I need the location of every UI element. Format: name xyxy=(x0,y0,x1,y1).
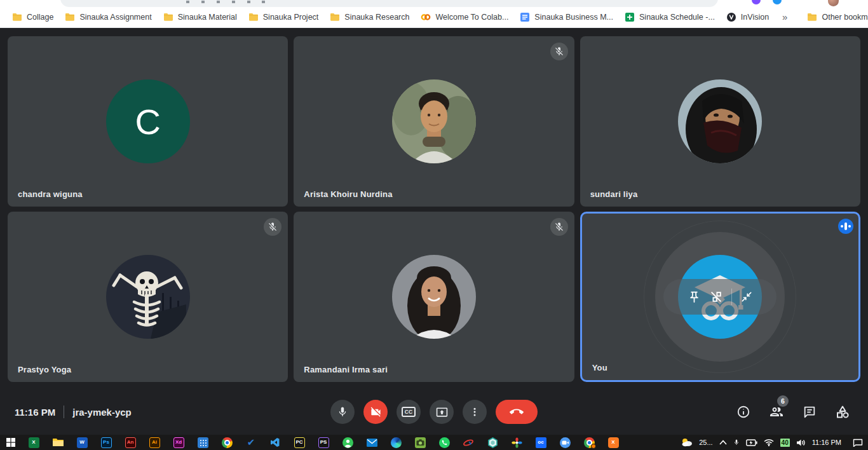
battery-icon[interactable] xyxy=(746,439,757,446)
meeting-details[interactable]: 11:16 PM jra-ymek-ycp xyxy=(15,406,132,418)
avatar-photo xyxy=(392,255,476,339)
taskbar-oc-app[interactable]: oc xyxy=(529,435,553,450)
taskbar-whatsapp[interactable] xyxy=(432,435,456,450)
bookmark-sinauka-schedule[interactable]: Sinauka Schedule -... xyxy=(619,10,721,24)
taskbar-hexagon-app[interactable] xyxy=(480,435,505,450)
taskbar-camera-app[interactable] xyxy=(408,435,432,450)
bookmark-label: Sinauka Project xyxy=(263,13,319,22)
wifi-icon[interactable] xyxy=(764,439,774,446)
present-button[interactable] xyxy=(430,400,454,424)
windows-taskbar: X W Ps An Ai Xd ✔ PC PS xyxy=(0,435,868,450)
taskbar-calendar[interactable] xyxy=(191,435,215,450)
check-icon: ✔ xyxy=(247,437,255,448)
hang-up-button[interactable] xyxy=(496,400,538,424)
taskbar-photoshop[interactable]: Ps xyxy=(94,435,118,450)
participant-tile-sundari-liya[interactable]: sundari liya xyxy=(580,36,860,207)
taskbar-chrome-profile[interactable] xyxy=(577,435,601,450)
bookmark-label: Sinauka Material xyxy=(178,13,237,22)
clock-time: 11:16 PM xyxy=(15,407,55,418)
participant-tile-arista-khoiru-nurdina[interactable]: Arista Khoiru Nurdina xyxy=(294,36,574,207)
google-sheets-icon xyxy=(625,12,635,22)
bookmark-sinauka-assignment[interactable]: Sinauka Assignment xyxy=(59,10,157,24)
start-button[interactable] xyxy=(0,435,22,450)
browser-top-strip xyxy=(0,0,868,8)
bookmark-invision[interactable]: InVision xyxy=(721,10,775,24)
address-bar-fragment xyxy=(186,1,189,3)
green-person-icon xyxy=(342,437,353,448)
taskbar-edge[interactable] xyxy=(384,435,408,450)
pycharm-icon: PC xyxy=(294,437,305,448)
participant-tile-chandra-wiguna[interactable]: C chandra wiguna xyxy=(8,36,288,207)
participant-tile-ramandani-irma-sari[interactable]: Ramandani Irma sari xyxy=(294,212,574,382)
audio-level-indicator xyxy=(838,219,853,234)
taskbar-pinwheel-app[interactable] xyxy=(505,435,529,450)
taskbar-visual-studio[interactable] xyxy=(263,435,287,450)
bookmark-sinauka-material[interactable]: Sinauka Material xyxy=(158,10,243,24)
meeting-details-button[interactable] xyxy=(736,404,751,419)
weather-temp[interactable]: 25... xyxy=(699,439,712,446)
more-options-button[interactable] xyxy=(463,400,487,424)
bookmark-sinauka-research[interactable]: Sinauka Research xyxy=(324,10,415,24)
excel-icon: X xyxy=(29,437,39,448)
bookmark-sinauka-project[interactable]: Sinauka Project xyxy=(243,10,325,24)
audio-bar xyxy=(844,222,847,230)
taskbar-word[interactable]: W xyxy=(70,435,94,450)
cartoon-skeleton-image xyxy=(106,255,190,339)
bookmarks-bar: Collage Sinauka Assignment Sinauka Mater… xyxy=(0,8,868,28)
tray-clock[interactable]: 11:16 PM xyxy=(812,439,841,446)
bookmarks-overflow-chevron[interactable]: » xyxy=(775,11,795,22)
taskbar-chrome[interactable] xyxy=(215,435,239,450)
minimize-icon[interactable] xyxy=(740,290,753,303)
taskbar-orbit-app[interactable] xyxy=(456,435,480,450)
file-explorer-icon xyxy=(53,438,64,447)
participant-tile-prastyo-yoga[interactable]: Prastyo Yoga xyxy=(8,212,288,382)
camera-off-button[interactable] xyxy=(363,400,388,424)
participant-tile-you[interactable]: You xyxy=(580,212,860,382)
avatar-initial: C xyxy=(106,79,190,163)
bookmark-label: Collage xyxy=(27,13,53,22)
activities-button[interactable] xyxy=(835,404,850,419)
taskbar-file-explorer[interactable] xyxy=(46,435,70,450)
taskbar-video-call-app[interactable] xyxy=(553,435,577,450)
tray-expand-chevron[interactable] xyxy=(719,440,727,445)
captions-button[interactable]: CC xyxy=(397,400,421,424)
profile-avatar[interactable] xyxy=(828,0,839,6)
pin-icon[interactable] xyxy=(688,290,701,304)
calendar-icon xyxy=(198,437,208,448)
bookmark-label: Welcome To Colab... xyxy=(435,13,508,22)
bookmark-welcome-to-colab[interactable]: Welcome To Colab... xyxy=(415,10,514,24)
edge-icon xyxy=(391,437,402,448)
taskbar-excel[interactable]: X xyxy=(22,435,46,450)
action-center-icon[interactable] xyxy=(853,439,863,447)
bookmark-sinauka-business[interactable]: Sinauka Business M... xyxy=(514,10,619,24)
other-bookmarks[interactable]: Other bookmarks xyxy=(801,10,868,24)
bookmark-collage[interactable]: Collage xyxy=(6,10,59,24)
taskbar-mail[interactable] xyxy=(360,435,384,450)
remove-tile-icon[interactable] xyxy=(709,290,723,304)
mic-button[interactable] xyxy=(330,400,355,424)
pinwheel-app-icon xyxy=(512,437,522,448)
meet-side-actions: 6 xyxy=(736,404,850,419)
taskbar-xampp[interactable]: X xyxy=(601,435,625,450)
taskbar-phpstorm[interactable]: PS xyxy=(311,435,336,450)
taskbar-blue-check[interactable]: ✔ xyxy=(239,435,263,450)
tray-mic-icon[interactable] xyxy=(733,438,740,447)
other-bookmarks-label: Other bookmarks xyxy=(822,13,868,22)
weather-icon[interactable] xyxy=(681,438,693,447)
volume-icon[interactable] xyxy=(796,439,806,447)
battery-percent-badge[interactable]: 40 xyxy=(780,439,790,447)
mic-muted-icon xyxy=(550,218,568,236)
chat-button[interactable] xyxy=(802,404,817,419)
system-tray: 25... 40 11:16 PM xyxy=(681,435,868,450)
camera-app-icon xyxy=(415,437,426,448)
extension-icon[interactable] xyxy=(773,0,782,4)
taskbar-pycharm[interactable]: PC xyxy=(287,435,311,450)
extension-icon[interactable] xyxy=(752,0,761,4)
taskbar-green-person[interactable] xyxy=(336,435,360,450)
taskbar-adobe-xd[interactable]: Xd xyxy=(166,435,191,450)
address-bar[interactable] xyxy=(60,0,718,7)
participants-button[interactable]: 6 xyxy=(769,404,784,419)
taskbar-illustrator[interactable]: Ai xyxy=(142,435,166,450)
taskbar-animate[interactable]: An xyxy=(118,435,142,450)
xampp-icon: X xyxy=(608,437,619,448)
